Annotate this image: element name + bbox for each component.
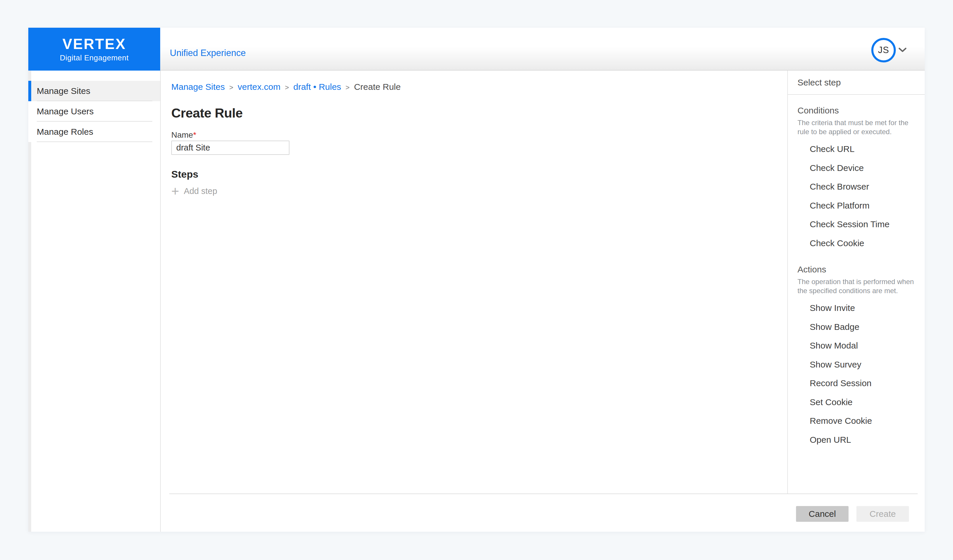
body: Manage Sites Manage Users Manage Roles M… — [28, 71, 925, 532]
active-indicator — [28, 81, 31, 101]
sidebar-menu: Manage Sites Manage Users Manage Roles — [28, 81, 160, 142]
sidebar-item-manage-sites[interactable]: Manage Sites — [28, 81, 160, 101]
page-title: Create Rule — [171, 105, 787, 121]
step-option-record-session[interactable]: Record Session — [798, 374, 917, 393]
sidebar-item-label: Manage Sites — [37, 86, 90, 96]
actions-description: The operation that is performed when the… — [798, 277, 914, 295]
panel-title: Select step — [788, 71, 925, 95]
step-option-check-browser[interactable]: Check Browser — [798, 177, 917, 196]
cancel-button[interactable]: Cancel — [796, 506, 849, 522]
breadcrumb-separator: > — [346, 82, 349, 93]
conditions-description: The criteria that must be met for the ru… — [798, 118, 914, 136]
steps-title: Steps — [171, 168, 787, 180]
breadcrumb-link-rules[interactable]: draft • Rules — [293, 82, 341, 92]
actions-list: Show Invite Show Badge Show Modal Show S… — [798, 299, 917, 449]
add-step-button[interactable]: + Add step — [171, 185, 217, 197]
conditions-heading: Conditions — [798, 105, 917, 116]
breadcrumb-link-site[interactable]: vertex.com — [237, 82, 280, 92]
sidebar-item-manage-users[interactable]: Manage Users — [28, 101, 160, 122]
top-bar: VERTEX Digital Engagement Unified Experi… — [28, 28, 925, 71]
step-option-check-url[interactable]: Check URL — [798, 140, 917, 159]
panel-body: Conditions The criteria that must be met… — [788, 95, 925, 449]
step-option-check-cookie[interactable]: Check Cookie — [798, 234, 917, 253]
avatar[interactable]: JS — [871, 38, 896, 62]
actions-heading: Actions — [798, 264, 917, 275]
app-window: VERTEX Digital Engagement Unified Experi… — [28, 28, 925, 532]
step-option-show-survey[interactable]: Show Survey — [798, 355, 917, 374]
add-step-label: Add step — [184, 186, 217, 196]
step-option-remove-cookie[interactable]: Remove Cookie — [798, 411, 917, 431]
sidebar-item-label: Manage Roles — [37, 127, 93, 137]
sidebar-item-label: Manage Users — [37, 107, 94, 116]
breadcrumb-link-manage-sites[interactable]: Manage Sites — [171, 82, 225, 92]
breadcrumb-separator: > — [285, 82, 289, 93]
user-menu[interactable]: JS — [871, 38, 906, 62]
step-option-check-device[interactable]: Check Device — [798, 159, 917, 178]
step-picker-panel: Select step Conditions The criteria that… — [787, 71, 925, 493]
conditions-section: Conditions The criteria that must be met… — [798, 105, 917, 253]
product-link[interactable]: Unified Experience — [170, 48, 246, 58]
plus-icon: + — [171, 185, 179, 197]
step-option-check-platform[interactable]: Check Platform — [798, 196, 917, 215]
name-field-label: Name* — [171, 130, 787, 140]
page: { "app": { "brand": "VERTEX", "brand_sub… — [0, 0, 953, 560]
content-column: Manage Sites > vertex.com > draft • Rule… — [161, 71, 925, 532]
sidebar: Manage Sites Manage Users Manage Roles — [28, 71, 161, 532]
step-option-show-invite[interactable]: Show Invite — [798, 299, 917, 318]
step-option-check-session-time[interactable]: Check Session Time — [798, 215, 917, 234]
breadcrumb-current: Create Rule — [354, 82, 400, 92]
brand-logo: VERTEX Digital Engagement — [28, 28, 160, 71]
name-label-text: Name — [171, 130, 193, 140]
actions-section: Actions The operation that is performed … — [798, 264, 917, 449]
required-marker: * — [193, 130, 196, 140]
main-content: Manage Sites > vertex.com > draft • Rule… — [161, 71, 787, 493]
brand-title: VERTEX — [62, 36, 126, 52]
create-button[interactable]: Create — [857, 506, 909, 522]
name-input[interactable] — [171, 141, 289, 155]
avatar-initials: JS — [878, 45, 889, 56]
step-option-show-modal[interactable]: Show Modal — [798, 336, 917, 355]
chevron-down-icon[interactable] — [899, 48, 906, 53]
step-option-open-url[interactable]: Open URL — [798, 431, 917, 450]
header: Unified Experience JS — [160, 28, 925, 71]
brand-subtitle: Digital Engagement — [60, 53, 129, 62]
content-row: Manage Sites > vertex.com > draft • Rule… — [161, 71, 925, 493]
sidebar-item-manage-roles[interactable]: Manage Roles — [28, 122, 160, 142]
conditions-list: Check URL Check Device Check Browser Che… — [798, 140, 917, 253]
step-option-show-badge[interactable]: Show Badge — [798, 318, 917, 337]
footer-bar: Cancel Create — [169, 493, 918, 532]
breadcrumb: Manage Sites > vertex.com > draft • Rule… — [171, 82, 787, 93]
breadcrumb-separator: > — [229, 82, 233, 93]
step-option-set-cookie[interactable]: Set Cookie — [798, 393, 917, 412]
